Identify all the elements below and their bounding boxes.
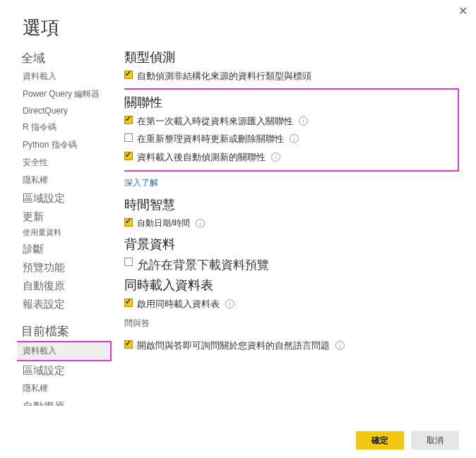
- nav-current-regional[interactable]: 區域設定: [17, 361, 112, 380]
- nav-global-r-script[interactable]: R 指令碼: [17, 119, 112, 136]
- nav-global-python-script[interactable]: Python 指令碼: [17, 136, 112, 154]
- nav-current-privacy[interactable]: 隱私權: [17, 380, 112, 397]
- label-enable-parallel: 啟用同時載入資料表: [137, 297, 220, 311]
- label-auto-detect-relations: 資料載入後自動偵測新的關聯性: [137, 150, 266, 164]
- checkbox-auto-datetime[interactable]: [124, 218, 133, 227]
- checkbox-allow-bg-preview[interactable]: [124, 258, 133, 266]
- nav-header-current: 目前檔案: [17, 319, 112, 341]
- label-auto-datetime: 自動日期/時間: [137, 217, 190, 229]
- nav-global-auto-recover[interactable]: 自動復原: [17, 277, 112, 295]
- checkbox-enable-qa[interactable]: [124, 340, 133, 349]
- section-time-intel: 時間智慧: [124, 196, 459, 213]
- nav-header-global: 全域: [17, 46, 112, 68]
- info-icon[interactable]: i: [299, 116, 308, 126]
- section-type-detection: 類型偵測: [124, 49, 459, 66]
- label-import-relations: 在第一次載入時從資料來源匯入關聯性: [137, 114, 293, 128]
- info-icon[interactable]: i: [225, 299, 234, 308]
- dialog-title: 選項: [0, 0, 476, 46]
- label-auto-detect-types: 自動偵測非結構化來源的資料行類型與標頭: [137, 69, 311, 83]
- checkbox-auto-detect-types[interactable]: [124, 71, 133, 79]
- info-icon[interactable]: i: [290, 134, 299, 143]
- section-qa: 問與答: [124, 317, 459, 330]
- info-icon[interactable]: i: [271, 152, 280, 162]
- info-icon[interactable]: i: [335, 341, 345, 350]
- checkbox-auto-detect-relations[interactable]: [124, 152, 133, 160]
- close-icon[interactable]: ✕: [458, 6, 468, 17]
- nav-global-pq-editor[interactable]: Power Query 編輯器: [17, 85, 112, 103]
- nav-global-directquery[interactable]: DirectQuery: [17, 103, 112, 119]
- nav-global-report-settings[interactable]: 報表設定: [17, 295, 112, 313]
- checkbox-update-relations[interactable]: [124, 133, 133, 142]
- nav-global-updates[interactable]: 更新: [17, 207, 112, 226]
- nav-current-auto-recover[interactable]: 自動復原: [17, 397, 112, 406]
- nav-global-regional[interactable]: 區域設定: [17, 189, 112, 207]
- label-allow-bg-preview: 允許在背景下載資料預覽: [137, 256, 269, 275]
- ok-button[interactable]: 確定: [356, 431, 404, 450]
- section-relationships: 關聯性: [124, 94, 453, 111]
- checkbox-enable-parallel[interactable]: [124, 299, 133, 307]
- nav-global-diagnostics[interactable]: 診斷: [17, 240, 112, 258]
- section-parallel: 同時載入資料表: [124, 277, 459, 294]
- link-learn-more[interactable]: 深入了解: [124, 174, 158, 191]
- label-update-relations: 在重新整理資料時更新或刪除關聯性: [137, 132, 284, 146]
- highlighted-relationships-section: 關聯性 在第一次載入時從資料來源匯入關聯性 i 在重新整理資料時更新或刪除關聯性…: [124, 88, 459, 172]
- cancel-button[interactable]: 取消: [411, 431, 459, 450]
- nav-global-data-load[interactable]: 資料載入: [17, 68, 112, 85]
- nav-current-data-load[interactable]: 資料載入: [17, 341, 112, 361]
- sidebar: 全域 資料載入 Power Query 編輯器 DirectQuery R 指令…: [17, 46, 112, 406]
- content-panel: 類型偵測 自動偵測非結構化來源的資料行類型與標頭 關聯性 在第一次載入時從資料來…: [124, 46, 476, 406]
- nav-global-security[interactable]: 安全性: [17, 154, 112, 171]
- checkbox-import-relations[interactable]: [124, 116, 133, 124]
- label-enable-qa: 開啟問與答即可詢問關於您資料的自然語言問題: [137, 339, 330, 353]
- section-bg-data: 背景資料: [124, 236, 459, 253]
- nav-global-preview[interactable]: 預覽功能: [17, 258, 112, 277]
- info-icon[interactable]: i: [196, 219, 205, 228]
- nav-global-privacy[interactable]: 隱私權: [17, 171, 112, 189]
- nav-global-usage-data[interactable]: 使用量資料: [17, 226, 112, 240]
